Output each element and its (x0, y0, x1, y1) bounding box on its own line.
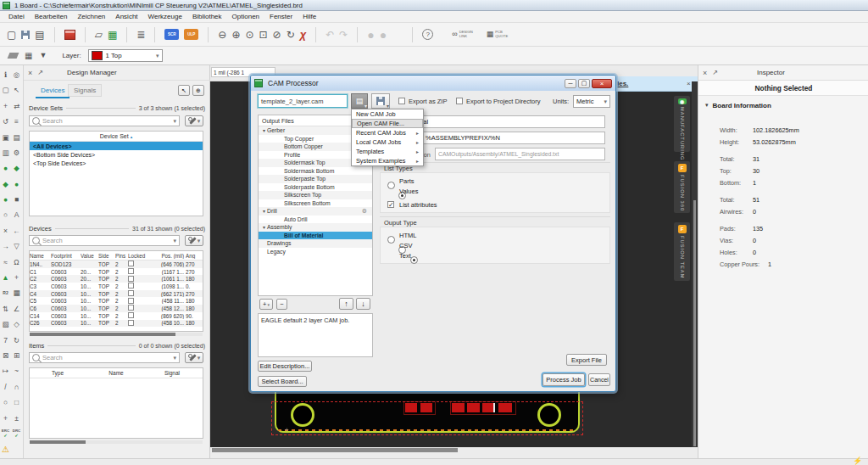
tab-manufacturing[interactable]: ◉ MANUFACTURING (674, 96, 690, 152)
device-sets-search[interactable]: Search ▾ (29, 115, 180, 126)
chevron-expand-icon[interactable]: ▾ (261, 127, 267, 133)
cancel-button[interactable]: Cancel (588, 373, 610, 386)
table-row[interactable]: 1N4..SOD123TOP2(646 706)270 (30, 261, 203, 268)
change-icon[interactable]: ⚙ (14, 149, 20, 157)
optimize-icon[interactable]: ← (13, 227, 20, 235)
align-icon[interactable]: ≡ (14, 118, 19, 126)
minimize-button[interactable]: ─ (565, 79, 576, 88)
undo-icon[interactable]: ↶ (326, 30, 334, 40)
redraw-icon[interactable]: ↻ (287, 30, 295, 40)
highlight-tool-button[interactable]: ↖ (178, 85, 190, 96)
locked-checkbox[interactable] (128, 305, 134, 311)
locked-checkbox[interactable] (128, 268, 134, 274)
remove-output-button[interactable]: − (276, 299, 287, 310)
pin-icon[interactable]: → (2, 243, 9, 250)
menu-hilfe[interactable]: Hilfe (298, 13, 321, 20)
maximize-button[interactable]: ▢ (578, 79, 590, 88)
cam-processor-dialog[interactable]: CAM Processor ─ ▢ × template_2_layer.cam… (250, 75, 616, 392)
recalculate-icon[interactable]: ↻ (14, 337, 19, 345)
popout-icon[interactable]: ↗ (37, 69, 43, 76)
group-select-icon[interactable]: ▢ (2, 87, 8, 94)
items-hscrollbar[interactable] (30, 440, 203, 444)
eraser-icon[interactable] (8, 53, 19, 59)
paste-icon[interactable]: ▤ (13, 134, 19, 142)
gear-icon[interactable]: ⚙ (362, 208, 367, 215)
process-job-button[interactable]: Process Job (542, 373, 585, 386)
tree-item[interactable]: Solderpaste Top (259, 175, 372, 183)
menu-item-open-cam-file[interactable]: Open CAM File... (352, 119, 423, 128)
scr-script-icon[interactable]: SCR (164, 29, 179, 40)
table-row[interactable]: C1C060320...TOP2(1167 1...270 (30, 268, 203, 276)
devices-search[interactable]: Search ▾ (29, 235, 180, 246)
dimension-alt-icon[interactable]: ± (14, 415, 19, 423)
label-tag-icon[interactable]: ◇ (14, 321, 19, 328)
tree-item-bill-of-material[interactable]: Bill of Material (259, 232, 372, 240)
info-icon[interactable]: ℹ (4, 71, 7, 79)
zoom-out-icon[interactable]: ⊖ (218, 30, 226, 40)
route-icon[interactable]: ● (3, 165, 8, 172)
polygon-icon[interactable]: ○ (3, 211, 8, 219)
table-row[interactable]: C4C060310...TOP2(662 171)270 (30, 290, 203, 298)
menu-datei[interactable]: Datei (3, 13, 30, 20)
zoom-select-icon[interactable]: ⊡ (259, 30, 268, 40)
tab-fusion-team[interactable]: F FUSION TEAM (674, 222, 690, 281)
locked-checkbox[interactable] (128, 283, 134, 289)
print-icon[interactable]: ▤ (35, 30, 44, 40)
paint-icon[interactable]: ▧ (2, 321, 8, 328)
line-icon[interactable]: / (4, 384, 6, 391)
menu-item-recent-cam-jobs[interactable]: Recent CAM Jobs▸ (352, 128, 423, 137)
units-dropdown[interactable]: Metric ▾ (573, 95, 610, 108)
save-icon[interactable] (21, 31, 30, 39)
edit-description-button[interactable]: Edit Description... (258, 361, 312, 372)
list-item[interactable]: <Bottom Side Devices> (30, 150, 203, 159)
tree-item-drill[interactable]: ▾Drill⚙ (259, 207, 372, 216)
menu-item-templates[interactable]: Templates▸ (352, 147, 423, 156)
tree-item-assembly[interactable]: ▾Assembly (259, 223, 372, 232)
menu-bibliothek[interactable]: Bibliothek (187, 13, 227, 20)
devices-table-header[interactable]: NameFootprintValueSidePinsLockedPos. (mi… (30, 251, 203, 261)
dimension-icon[interactable]: + (3, 415, 8, 423)
filter-funnel-icon[interactable]: ▼ (39, 52, 47, 59)
canvas-vscrollbar[interactable] (692, 81, 698, 458)
zoom-previous-icon[interactable]: ⊘ (273, 30, 281, 40)
file-name-field[interactable]: %ASSEMBLYPREFIX/%N (422, 132, 605, 144)
menu-werkzeuge[interactable]: Werkzeuge (143, 13, 187, 20)
items-table-header[interactable]: TypeNameSignal (30, 368, 203, 378)
meander-icon[interactable]: ≈ (3, 259, 8, 266)
menu-bearbeiten[interactable]: Bearbeiten (30, 13, 73, 20)
canvas-hscrollbar[interactable] (210, 447, 698, 453)
chevron-expand-icon[interactable]: ▾ (261, 208, 267, 214)
table-row[interactable]: C14C060310...TOP2(869 620)90. (30, 312, 203, 320)
board-information-section[interactable]: ▾ Board Information (698, 99, 868, 111)
replace-icon[interactable]: ⇅ (3, 305, 8, 313)
wire-bend-icon[interactable]: 7 (3, 337, 8, 345)
menu-ansicht[interactable]: Ansicht (110, 13, 142, 20)
export-zip-checkbox[interactable] (398, 98, 405, 104)
signal-icon[interactable]: ~ (14, 367, 19, 375)
close-icon[interactable]: × (28, 69, 32, 77)
delete-icon[interactable]: ▥ (2, 149, 8, 157)
new-open-file-icon[interactable]: ▢ (7, 30, 16, 40)
circle-icon[interactable]: ○ (3, 399, 8, 406)
device-sets-filter-button[interactable]: ▾ (185, 115, 203, 126)
menu-optionen[interactable]: Optionen (227, 13, 264, 20)
job-description-box[interactable]: EAGLE default 2 layer CAM job. (258, 313, 373, 357)
close-button[interactable]: × (592, 79, 612, 88)
list-attributes-checkbox[interactable]: ✓ (387, 201, 394, 208)
table-row[interactable]: C6C060310...TOP2(458 12...180 (30, 305, 203, 312)
locked-checkbox[interactable] (128, 320, 134, 326)
html-radio[interactable] (387, 236, 395, 244)
titlebar[interactable]: 1 Board - C:\Schiefermair\Konstruktion\M… (0, 0, 868, 11)
add-output-button[interactable]: +▾ (259, 299, 273, 310)
grid-icon[interactable]: ▦ (25, 52, 32, 60)
table-row[interactable]: C26C060310...TOP2(458 10...180 (30, 320, 203, 328)
tree-item[interactable]: Auto Drill (259, 216, 372, 224)
mirror-icon[interactable]: ⇄ (14, 103, 19, 110)
design-link-button[interactable]: ∞ DESIGNLINK (452, 31, 472, 39)
cam-filename-input[interactable]: template_2_layer.cam (258, 94, 348, 108)
board-schematic-icon[interactable] (64, 30, 75, 40)
items-filter-button[interactable]: ▾ (185, 352, 203, 363)
erc-icon[interactable]: ERC✓ (2, 429, 9, 438)
errors-warning-icon[interactable]: ⚠ (2, 445, 9, 454)
menu-item-new-cam-job[interactable]: New CAM Job (352, 109, 423, 119)
